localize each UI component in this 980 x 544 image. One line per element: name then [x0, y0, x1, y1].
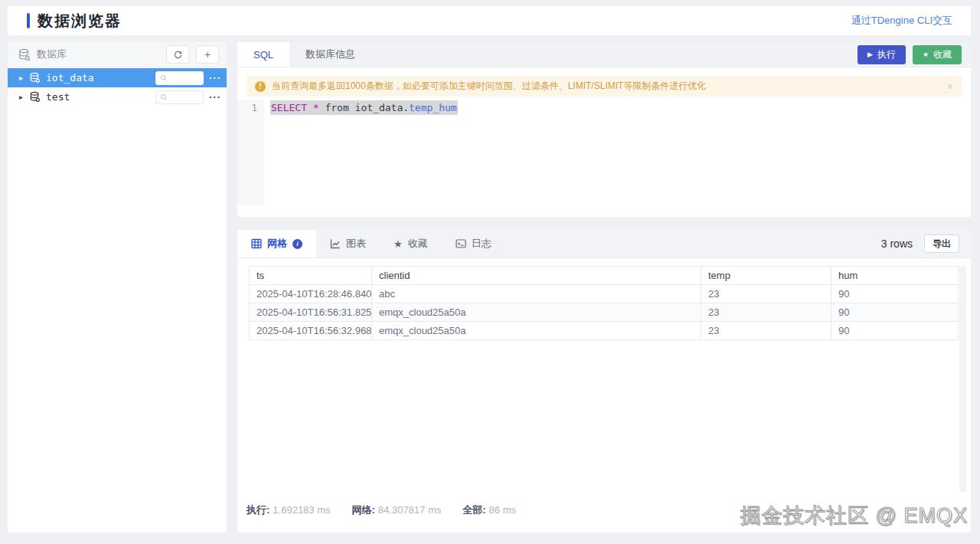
warning-icon: ! [255, 81, 266, 92]
plus-icon: + [204, 48, 211, 61]
search-icon [160, 93, 168, 101]
cell-hum: 90 [831, 285, 959, 303]
top-header: 数据浏览器 通过TDengine CLI交互 [8, 6, 971, 35]
table-header-row: ts clientid temp hum [250, 267, 959, 285]
line-chart-icon [330, 238, 341, 249]
cell-ts: 2025-04-10T16:28:46.840... [250, 285, 372, 303]
tree-item-iot_data[interactable]: ▸ iot_data ··· [8, 68, 227, 87]
sidebar-header: 数据库 + [8, 42, 227, 67]
sql-editor-panel: SQL 数据库信息 ▶ 执行 ★ 收藏 ! 当前查询最多返回1000条数据，如必… [237, 42, 971, 217]
favorite-query-button[interactable]: ★ 收藏 [913, 45, 962, 64]
tab-database-info[interactable]: 数据库信息 [289, 42, 371, 67]
table-row[interactable]: 2025-04-10T16:28:46.840... abc 23 90 [250, 285, 959, 303]
tab-sql[interactable]: SQL [237, 42, 289, 67]
cell-clientid: emqx_cloud25a50a [372, 303, 701, 322]
results-table-container: ts clientid temp hum 2025-04-10T16:28:46… [249, 266, 959, 340]
table-filter-input[interactable] [168, 74, 198, 83]
database-icon [29, 72, 41, 84]
database-sidebar: 数据库 + ▸ iot_data [8, 42, 227, 533]
add-database-button[interactable]: + [196, 45, 219, 64]
database-search-icon [18, 48, 31, 61]
column-header[interactable]: hum [831, 267, 959, 285]
sql-code-editor[interactable]: 1 SELECT * from iot_data.temp_hum [237, 100, 971, 205]
editor-tabbar: SQL 数据库信息 ▶ 执行 ★ 收藏 [237, 42, 971, 67]
cell-ts: 2025-04-10T16:56:31.825... [250, 303, 372, 322]
scrollbar-track[interactable] [959, 266, 966, 493]
sql-code-line[interactable]: SELECT * from iot_data.temp_hum [264, 100, 458, 205]
table-row[interactable]: 2025-04-10T16:56:32.968... emqx_cloud25a… [250, 322, 959, 340]
more-actions-icon[interactable]: ··· [209, 92, 221, 102]
query-limit-warning-banner: ! 当前查询最多返回1000条数据，如必要可添加主键时间范围、过滤条件、LIMI… [247, 76, 962, 97]
tdengine-cli-link[interactable]: 通过TDengine CLI交互 [851, 14, 952, 28]
results-table: ts clientid temp hum 2025-04-10T16:28:46… [249, 266, 959, 340]
query-stats: 执行:1.692183 ms 网络:84.307817 ms 全部:86 ms [247, 503, 516, 517]
table-filter-input[interactable] [168, 93, 198, 102]
tab-grid[interactable]: 网格 i [237, 230, 316, 257]
cell-temp: 23 [701, 285, 831, 303]
editor-actions: ▶ 执行 ★ 收藏 [858, 42, 962, 67]
terminal-icon [456, 238, 466, 249]
results-tabbar: 网格 i 图表 ★ 收藏 日志 3 rows [237, 230, 971, 258]
cell-clientid: abc [372, 285, 701, 303]
run-query-button[interactable]: ▶ 执行 [858, 45, 906, 64]
table-filter-box[interactable] [155, 71, 204, 85]
query-results-panel: 网格 i 图表 ★ 收藏 日志 3 rows [237, 230, 971, 533]
play-icon: ▶ [867, 51, 873, 58]
search-icon [160, 74, 168, 82]
tab-log[interactable]: 日志 [442, 230, 505, 257]
column-header[interactable]: temp [701, 267, 831, 285]
refresh-icon [173, 50, 183, 60]
expand-caret-icon[interactable]: ▸ [19, 93, 29, 101]
line-number-gutter: 1 [237, 100, 264, 205]
close-icon[interactable]: × [947, 81, 953, 92]
column-header[interactable]: ts [250, 267, 372, 285]
column-header[interactable]: clientid [372, 267, 701, 285]
sidebar-title: 数据库 [37, 48, 67, 61]
page-title: 数据浏览器 [38, 11, 122, 31]
cell-ts: 2025-04-10T16:56:32.968... [250, 322, 372, 340]
star-icon: ★ [923, 51, 929, 58]
row-count: 3 rows [881, 238, 913, 250]
cell-temp: 23 [701, 322, 831, 340]
title-accent-bar [27, 13, 30, 28]
table-row[interactable]: 2025-04-10T16:56:31.825... emqx_cloud25a… [250, 303, 959, 322]
tab-chart[interactable]: 图表 [316, 230, 380, 257]
tree-item-test[interactable]: ▸ test ··· [8, 87, 227, 107]
cell-clientid: emqx_cloud25a50a [372, 322, 701, 340]
info-icon[interactable]: i [292, 239, 302, 249]
line-number: 1 [237, 102, 257, 113]
stat-network: 网络:84.307817 ms [352, 503, 442, 517]
selected-sql-text: SELECT * from iot_data.temp_hum [270, 100, 458, 115]
grid-icon [251, 238, 262, 249]
watermark: 掘金技术社区 @ EMQX [740, 502, 968, 529]
cell-temp: 23 [701, 303, 831, 322]
star-icon: ★ [394, 239, 403, 249]
database-name: test [46, 91, 70, 103]
database-icon [29, 91, 41, 103]
refresh-databases-button[interactable] [166, 45, 189, 64]
tab-favorites[interactable]: ★ 收藏 [380, 230, 442, 257]
export-button[interactable]: 导出 [924, 234, 959, 253]
database-name: iot_data [46, 72, 94, 84]
cell-hum: 90 [831, 303, 959, 322]
database-tree: ▸ iot_data ··· ▸ [8, 67, 227, 107]
table-filter-box[interactable] [155, 90, 204, 104]
stat-execution: 执行:1.692183 ms [247, 503, 331, 517]
cell-hum: 90 [831, 322, 959, 340]
expand-caret-icon[interactable]: ▸ [19, 74, 29, 82]
stat-total: 全部:86 ms [462, 503, 516, 517]
more-actions-icon[interactable]: ··· [209, 73, 221, 83]
warning-text: 当前查询最多返回1000条数据，如必要可添加主键时间范围、过滤条件、LIMIT/… [272, 80, 706, 93]
